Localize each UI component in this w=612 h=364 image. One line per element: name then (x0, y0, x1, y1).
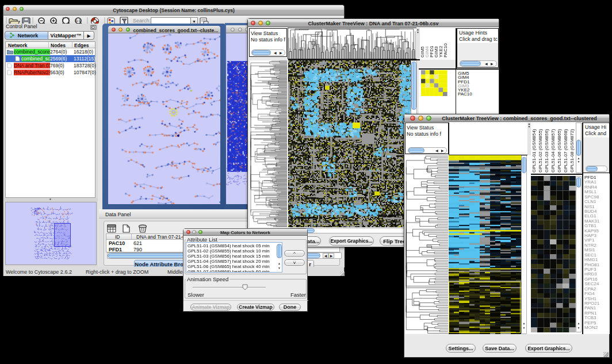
svg-text:Search:: Search: (133, 18, 151, 24)
svg-text:1:1: 1:1 (76, 19, 81, 22)
